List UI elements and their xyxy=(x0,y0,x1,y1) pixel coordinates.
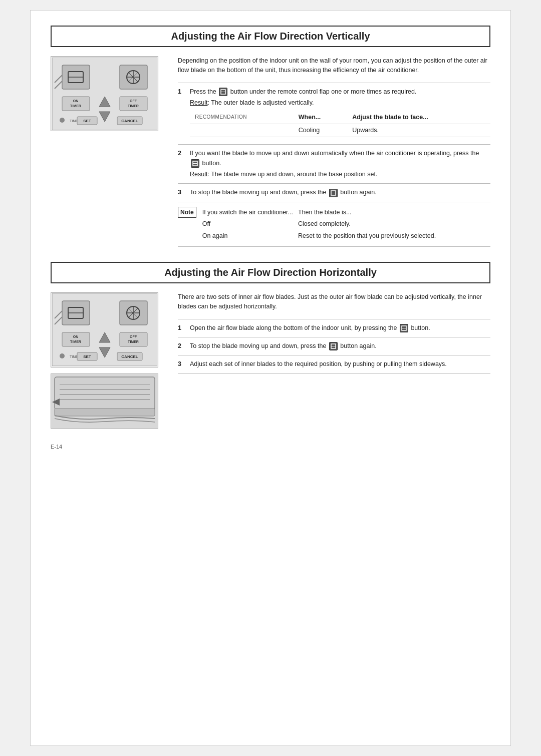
step3: 3 To stop the blade moving up and down, … xyxy=(178,184,490,202)
note-row2-cond: On again xyxy=(202,231,297,241)
note-intro-col1: If you switch the air conditioner... xyxy=(202,207,297,218)
remote-control-image-2: ON TIMER OFF TIMER TIME SET xyxy=(51,292,158,367)
note-row1-cond: Off xyxy=(202,219,297,229)
result-label-2: Result xyxy=(190,171,207,178)
step2-result-colon: : The blade move up and down, around the… xyxy=(207,171,377,178)
step2-2-content: To stop the blade moving up and down, pr… xyxy=(190,341,490,351)
svg-text:TIME: TIME xyxy=(70,119,78,123)
rec-row1-when: Cooling xyxy=(294,124,347,137)
step1-text-after: button under the remote control flap one… xyxy=(230,88,417,95)
ac-unit-image xyxy=(51,373,158,429)
ac-unit-svg xyxy=(52,374,157,427)
step3-text-after: button again. xyxy=(340,189,376,196)
step2-2-text-before: To stop the blade moving up and down, pr… xyxy=(190,342,328,349)
note-section-1: Note If you switch the air conditioner..… xyxy=(178,202,490,247)
step2-num: 2 xyxy=(178,149,185,158)
blade-button-icon-3 xyxy=(329,189,338,197)
svg-point-19 xyxy=(60,118,65,123)
step2-3-num: 3 xyxy=(178,359,185,369)
remote-svg-2: ON TIMER OFF TIMER TIME SET xyxy=(52,293,157,366)
step2-2-text-after: button again. xyxy=(340,342,376,349)
step2-1: 1 Open the air flow blade along the bott… xyxy=(178,319,490,337)
step2-text-after: button. xyxy=(202,160,221,167)
step1-content: Press the button under the remote contro… xyxy=(190,87,490,141)
section1-content: ON TIMER OFF TIMER TIME xyxy=(51,56,490,247)
rec-label: RECOMMENDATION xyxy=(190,111,294,124)
step3-text-before: To stop the blade moving up and down, pr… xyxy=(190,189,328,196)
note-intro-col2: Then the blade is... xyxy=(298,207,440,218)
svg-text:TIMER: TIMER xyxy=(128,340,139,343)
rec-empty xyxy=(190,124,294,137)
step2-3-content: Adjust each set of inner blades to the r… xyxy=(190,359,490,369)
step1-result: Result: The outer blade is adjusted vert… xyxy=(190,98,490,108)
svg-text:CANCEL: CANCEL xyxy=(121,354,138,359)
section2-right: There are two sets of inner air flow bla… xyxy=(178,292,490,374)
svg-rect-63 xyxy=(55,409,155,416)
page: Adjusting the Air Flow Direction Vertica… xyxy=(30,10,511,746)
svg-text:OFF: OFF xyxy=(130,99,137,103)
note-content-1: If you switch the air conditioner... The… xyxy=(201,206,441,242)
remote-control-image-1: ON TIMER OFF TIMER TIME xyxy=(51,56,158,131)
result-label-1: Result xyxy=(190,99,207,106)
svg-text:TIMER: TIMER xyxy=(70,104,81,108)
step1: 1 Press the button under the remote cont… xyxy=(178,83,490,145)
section1-left: ON TIMER OFF TIMER TIME xyxy=(51,56,166,137)
svg-rect-58 xyxy=(55,377,155,410)
svg-text:SET: SET xyxy=(83,119,91,123)
section2-left: ON TIMER OFF TIMER TIME SET xyxy=(51,292,166,429)
note-label-1: Note xyxy=(178,207,196,218)
section2-instructions: 1 Open the air flow blade along the bott… xyxy=(178,319,490,374)
note-row1-result: Closed completely. xyxy=(298,219,440,229)
svg-text:TIME: TIME xyxy=(70,355,78,358)
section2-content: ON TIMER OFF TIMER TIME SET xyxy=(51,292,490,429)
section1-right: Depending on the position of the indoor … xyxy=(178,56,490,247)
blade-button-icon-1 xyxy=(219,88,227,96)
rec-adjust-header: Adjust the blade to face... xyxy=(347,111,490,124)
blade-button-icon-s2-1 xyxy=(400,324,408,332)
svg-text:ON: ON xyxy=(73,99,78,103)
svg-text:CANCEL: CANCEL xyxy=(121,119,138,123)
step2: 2 If you want the blade to move up and d… xyxy=(178,145,490,184)
rec-row1-adjust: Upwards. xyxy=(347,124,490,137)
note-row2-result: Reset to the position that you previousl… xyxy=(298,231,440,241)
step2-2-num: 2 xyxy=(178,341,185,351)
step1-result-colon: : The outer blade is adjusted vertically… xyxy=(207,99,314,106)
rec-table: RECOMMENDATION When... Adjust the blade … xyxy=(190,111,490,138)
remote-svg-1: ON TIMER OFF TIMER TIME xyxy=(52,58,157,130)
blade-button-icon-2 xyxy=(191,159,199,168)
step1-num: 1 xyxy=(178,87,185,97)
svg-text:TIMER: TIMER xyxy=(128,104,139,108)
rec-when-header: When... xyxy=(294,111,347,124)
step2-2: 2 To stop the blade moving up and down, … xyxy=(178,337,490,355)
section1-intro: Depending on the position of the indoor … xyxy=(178,56,490,76)
svg-text:ON: ON xyxy=(73,335,78,338)
section1-title: Adjusting the Air Flow Direction Vertica… xyxy=(51,26,490,47)
section2-intro: There are two sets of inner air flow bla… xyxy=(178,292,490,312)
step2-result: Result: The blade move up and down, arou… xyxy=(190,170,490,179)
svg-text:TIMER: TIMER xyxy=(70,340,81,343)
step2-3-text: Adjust each set of inner blades to the r… xyxy=(190,360,447,367)
section1-instructions: 1 Press the button under the remote cont… xyxy=(178,83,490,247)
step2-1-text-before: Open the air flow blade along the bottom… xyxy=(190,324,399,331)
blade-button-icon-s2-2 xyxy=(329,342,338,350)
step2-3: 3 Adjust each set of inner blades to the… xyxy=(178,355,490,373)
note-table-1: If you switch the air conditioner... The… xyxy=(201,206,441,242)
step1-text-before: Press the xyxy=(190,88,218,95)
step3-num: 3 xyxy=(178,188,185,197)
step2-content: If you want the blade to move up and dow… xyxy=(190,149,490,179)
svg-text:SET: SET xyxy=(83,354,91,359)
step2-1-content: Open the air flow blade along the bottom… xyxy=(190,323,490,333)
step2-1-num: 1 xyxy=(178,323,185,333)
step2-text-before: If you want the blade to move up and dow… xyxy=(190,150,479,157)
section-vertical: Adjusting the Air Flow Direction Vertica… xyxy=(51,26,490,247)
section2-title: Adjusting the Air Flow Direction Horizon… xyxy=(51,262,490,283)
svg-point-51 xyxy=(60,353,65,358)
page-number: E-14 xyxy=(51,444,490,450)
step3-content: To stop the blade moving up and down, pr… xyxy=(190,188,490,197)
svg-text:OFF: OFF xyxy=(130,335,137,338)
section-horizontal: Adjusting the Air Flow Direction Horizon… xyxy=(51,262,490,429)
step2-1-text-after: button. xyxy=(411,324,430,331)
